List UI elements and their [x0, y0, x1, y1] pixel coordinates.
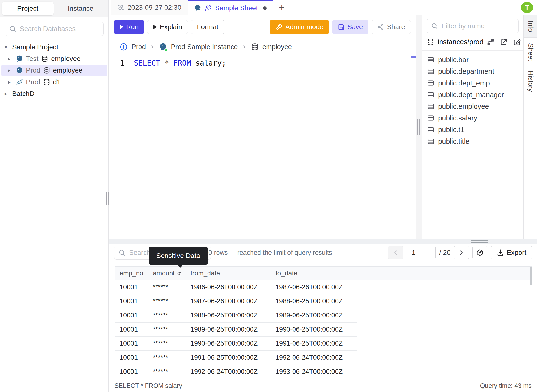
result-options-button[interactable]	[472, 246, 487, 259]
external-link-icon[interactable]	[500, 38, 508, 46]
tree-project-row[interactable]: ▾ Sample Project	[1, 41, 107, 53]
code-line: 1 SELECT * FROM salary;	[109, 55, 416, 67]
table-cell[interactable]: 1986-06-26T00:00:00Z	[186, 280, 271, 294]
table-cell[interactable]: 1992-06-24T00:00:00Z	[271, 351, 357, 365]
table-row[interactable]: 10001******1990-06-25T00:00:00Z1991-06-2…	[115, 337, 532, 351]
table-cell[interactable]: 10001	[115, 308, 148, 323]
prev-page-button[interactable]	[388, 246, 403, 259]
tab-sheet[interactable]: Sheet	[524, 38, 537, 67]
column-header[interactable]: to_date	[271, 267, 357, 280]
sql-editor[interactable]: 1 SELECT * FROM salary;	[109, 55, 416, 239]
table-list-item[interactable]: public.salary	[424, 112, 521, 124]
caret-icon[interactable]: ▸	[5, 91, 9, 97]
table-cell[interactable]: 10001	[115, 351, 148, 365]
column-header[interactable]: emp_no	[115, 267, 148, 280]
table-list-item[interactable]: public.department	[424, 66, 521, 77]
table-row[interactable]: 10001******1987-06-26T00:00:00Z1988-06-2…	[115, 294, 532, 308]
results-scrollbar[interactable]	[530, 267, 532, 285]
admin-mode-button[interactable]: Admin mode	[270, 20, 329, 34]
table-cell[interactable]: ******	[148, 365, 186, 379]
new-tab-button[interactable]: +	[273, 0, 290, 15]
table-cell[interactable]: 1989-06-25T00:00:00Z	[186, 323, 271, 337]
table-row[interactable]: 10001******1988-06-25T00:00:00Z1989-06-2…	[115, 308, 532, 323]
table-cell[interactable]: ******	[148, 351, 186, 365]
tab-project[interactable]: Project	[2, 2, 54, 15]
tree-project-row[interactable]: ▸ BatchD	[1, 88, 107, 100]
table-cell[interactable]: ******	[148, 308, 186, 323]
explain-button[interactable]: Explain	[147, 20, 188, 34]
table-list-item[interactable]: public.bar	[424, 54, 521, 66]
table-list-item[interactable]: public.dept_emp	[424, 77, 521, 89]
chevron-right-icon[interactable]: ▸	[8, 68, 13, 73]
table-list-item[interactable]: public.dept_manager	[424, 89, 521, 101]
table-cell-filler	[357, 308, 532, 323]
info-icon[interactable]	[120, 43, 128, 51]
export-button[interactable]: Export	[491, 246, 532, 259]
table-cell[interactable]: 1989-06-25T00:00:00Z	[271, 308, 357, 323]
postgres-icon	[16, 55, 23, 63]
table-list-item[interactable]: public.t1	[424, 124, 521, 136]
table-cell[interactable]: 1990-06-25T00:00:00Z	[271, 323, 357, 337]
next-page-button[interactable]	[454, 246, 469, 259]
table-cell[interactable]: 1993-06-24T00:00:00Z	[271, 365, 357, 379]
table-row[interactable]: 10001******1989-06-25T00:00:00Z1990-06-2…	[115, 323, 532, 337]
table-row[interactable]: 10001******1992-06-24T00:00:00Z1993-06-2…	[115, 365, 532, 379]
table-cell[interactable]: ******	[148, 280, 186, 294]
chevron-right-icon[interactable]: ▸	[8, 79, 13, 85]
tree-database-row[interactable]: ▸ Prod d1	[1, 76, 107, 88]
chevron-right-icon[interactable]: ▸	[8, 56, 13, 62]
breadcrumb-environment[interactable]: Prod	[131, 43, 146, 51]
table-cell[interactable]: 1988-06-25T00:00:00Z	[186, 308, 271, 323]
table-row[interactable]: 10001******1991-06-25T00:00:00Z1992-06-2…	[115, 351, 532, 365]
table-cell[interactable]: ******	[148, 294, 186, 308]
filter-by-name-input[interactable]	[442, 22, 514, 30]
sidebar-resize-handle[interactable]	[106, 192, 109, 205]
table-cell[interactable]: 1987-06-26T00:00:00Z	[186, 294, 271, 308]
breadcrumb-database[interactable]: employee	[262, 43, 292, 51]
tree-database-row[interactable]: ▸ Test employee	[1, 53, 107, 65]
table-cell[interactable]: 10001	[115, 365, 148, 379]
table-cell[interactable]: 1987-06-26T00:00:00Z	[271, 280, 357, 294]
caret-icon[interactable]: ▾	[5, 44, 9, 50]
table-cell[interactable]: 10001	[115, 337, 148, 351]
table-cell-filler	[357, 365, 532, 379]
chevron-right-icon	[149, 44, 155, 50]
format-button[interactable]: Format	[191, 20, 224, 34]
editor-tab-adhoc[interactable]: 2023-09-27 02:30	[111, 0, 188, 15]
table-row[interactable]: 10001******1986-06-26T00:00:00Z1987-06-2…	[115, 280, 532, 294]
column-header[interactable]: amount	[148, 267, 186, 280]
table-list-item[interactable]: public.employee	[424, 101, 521, 112]
editor-tab-sample-sheet[interactable]: Sample Sheet	[188, 0, 273, 15]
table-list-item[interactable]: public.title	[424, 136, 521, 147]
table-cell[interactable]: 10001	[115, 280, 148, 294]
share-button[interactable]: Share	[372, 20, 411, 34]
results-resize-handle[interactable]	[471, 240, 488, 243]
table-cell[interactable]: 1991-06-25T00:00:00Z	[186, 351, 271, 365]
edit-icon[interactable]	[513, 38, 521, 46]
table-cell[interactable]: 1992-06-24T00:00:00Z	[186, 365, 271, 379]
run-button[interactable]: Run	[114, 20, 144, 34]
instance-status-dot	[165, 48, 168, 52]
save-button[interactable]: Save	[332, 20, 368, 34]
table-cell[interactable]: ******	[148, 337, 186, 351]
panel-resize-handle[interactable]	[417, 119, 421, 135]
tab-instance[interactable]: Instance	[55, 2, 106, 15]
results-pagination: / 20 Export	[388, 246, 532, 259]
page-number-input[interactable]	[407, 246, 436, 259]
table-cell[interactable]: 1991-06-25T00:00:00Z	[271, 337, 357, 351]
breadcrumb-instance[interactable]: Prod Sample Instance	[171, 43, 238, 51]
avatar[interactable]: T	[521, 2, 533, 13]
schema-diagram-icon[interactable]	[487, 38, 494, 46]
tree-database-row[interactable]: ▸ Prod employee	[1, 65, 107, 76]
table-cell[interactable]: 1988-06-25T00:00:00Z	[271, 294, 357, 308]
code-line-tokens: SELECT * FROM salary;	[134, 59, 226, 67]
table-cell[interactable]: 1990-06-25T00:00:00Z	[186, 337, 271, 351]
tab-history[interactable]: History	[524, 67, 537, 96]
table-cell[interactable]: 10001	[115, 294, 148, 308]
column-header[interactable]: from_date	[186, 267, 271, 280]
table-cell[interactable]: 10001	[115, 323, 148, 337]
search-databases-input[interactable]	[20, 25, 99, 33]
table-cell[interactable]: ******	[148, 323, 186, 337]
results-summary: 0 rows - reached the limit of query resu…	[208, 249, 332, 256]
tab-info[interactable]: Info	[524, 15, 537, 38]
